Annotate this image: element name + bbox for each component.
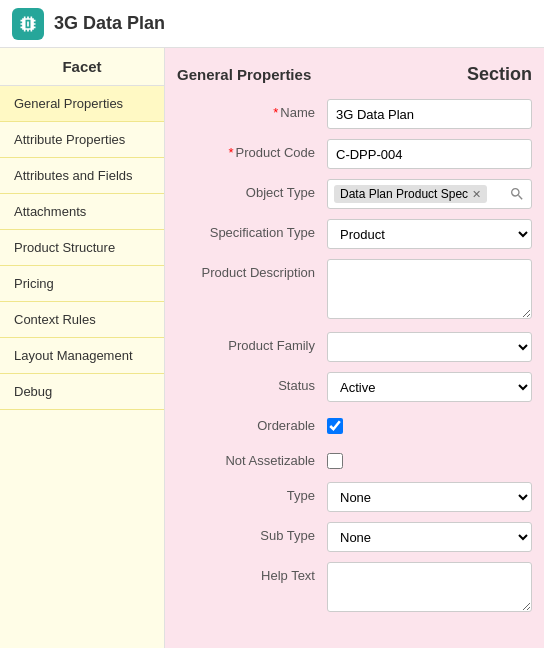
specification-type-row: Specification Type Product Service Resou… (177, 219, 532, 249)
sub-type-row: Sub Type None Option A Option B (177, 522, 532, 552)
section-left-title: General Properties (177, 66, 311, 83)
page-title: 3G Data Plan (54, 13, 165, 34)
product-family-select[interactable] (327, 332, 532, 362)
product-description-textarea[interactable] (327, 259, 532, 319)
help-text-row: Help Text (177, 562, 532, 615)
orderable-label: Orderable (177, 412, 327, 433)
name-row: *Name (177, 99, 532, 129)
name-input[interactable] (327, 99, 532, 129)
status-row: Status Active Inactive Draft (177, 372, 532, 402)
product-code-row: *Product Code (177, 139, 532, 169)
type-field-wrapper: None Option A Option B (327, 482, 532, 512)
help-text-field-wrapper (327, 562, 532, 615)
help-text-label: Help Text (177, 562, 327, 583)
sidebar-item-debug[interactable]: Debug (0, 374, 164, 410)
type-select[interactable]: None Option A Option B (327, 482, 532, 512)
object-type-row: Object Type Data Plan Product Spec ✕ (177, 179, 532, 209)
sidebar-item-attributes-and-fields[interactable]: Attributes and Fields (0, 158, 164, 194)
orderable-checkbox[interactable] (327, 418, 343, 434)
sub-type-field-wrapper: None Option A Option B (327, 522, 532, 552)
name-label: *Name (177, 99, 327, 120)
main-layout: Facet General Properties Attribute Prope… (0, 48, 544, 648)
product-code-field-wrapper (327, 139, 532, 169)
product-description-label: Product Description (177, 259, 327, 280)
section-right-title: Section (467, 64, 532, 85)
app-icon (12, 8, 44, 40)
type-label: Type (177, 482, 327, 503)
object-type-label: Object Type (177, 179, 327, 200)
product-code-label: *Product Code (177, 139, 327, 160)
not-assetizable-row: Not Assetizable (177, 447, 532, 472)
type-row: Type None Option A Option B (177, 482, 532, 512)
help-text-textarea[interactable] (327, 562, 532, 612)
product-family-field-wrapper (327, 332, 532, 362)
status-field-wrapper: Active Inactive Draft (327, 372, 532, 402)
sidebar-item-context-rules[interactable]: Context Rules (0, 302, 164, 338)
search-icon (509, 186, 525, 202)
sidebar-item-attribute-properties[interactable]: Attribute Properties (0, 122, 164, 158)
object-type-search-button[interactable] (509, 186, 525, 202)
chip-icon (18, 14, 38, 34)
not-assetizable-checkbox[interactable] (327, 453, 343, 469)
sidebar-item-general-properties[interactable]: General Properties (0, 86, 164, 122)
name-field-wrapper (327, 99, 532, 129)
sidebar-item-product-structure[interactable]: Product Structure (0, 230, 164, 266)
not-assetizable-label: Not Assetizable (177, 447, 327, 468)
sub-type-select[interactable]: None Option A Option B (327, 522, 532, 552)
status-select[interactable]: Active Inactive Draft (327, 372, 532, 402)
specification-type-select[interactable]: Product Service Resource (327, 219, 532, 249)
object-type-field-wrapper: Data Plan Product Spec ✕ (327, 179, 532, 209)
object-type-remove-button[interactable]: ✕ (472, 188, 481, 201)
orderable-field-wrapper (327, 412, 532, 437)
app-header: 3G Data Plan (0, 0, 544, 48)
product-code-input[interactable] (327, 139, 532, 169)
sidebar-item-pricing[interactable]: Pricing (0, 266, 164, 302)
product-family-label: Product Family (177, 332, 327, 353)
product-description-field-wrapper (327, 259, 532, 322)
product-description-row: Product Description (177, 259, 532, 322)
object-type-tag: Data Plan Product Spec ✕ (334, 185, 487, 203)
sidebar: Facet General Properties Attribute Prope… (0, 48, 165, 648)
not-assetizable-field-wrapper (327, 447, 532, 472)
object-type-field[interactable]: Data Plan Product Spec ✕ (327, 179, 532, 209)
specification-type-label: Specification Type (177, 219, 327, 240)
sidebar-facet-label: Facet (0, 48, 164, 86)
specification-type-field-wrapper: Product Service Resource (327, 219, 532, 249)
orderable-row: Orderable (177, 412, 532, 437)
main-content: General Properties Section *Name *Produc… (165, 48, 544, 648)
status-label: Status (177, 372, 327, 393)
product-family-row: Product Family (177, 332, 532, 362)
section-header: General Properties Section (177, 64, 532, 85)
sidebar-item-layout-management[interactable]: Layout Management (0, 338, 164, 374)
sub-type-label: Sub Type (177, 522, 327, 543)
sidebar-item-attachments[interactable]: Attachments (0, 194, 164, 230)
